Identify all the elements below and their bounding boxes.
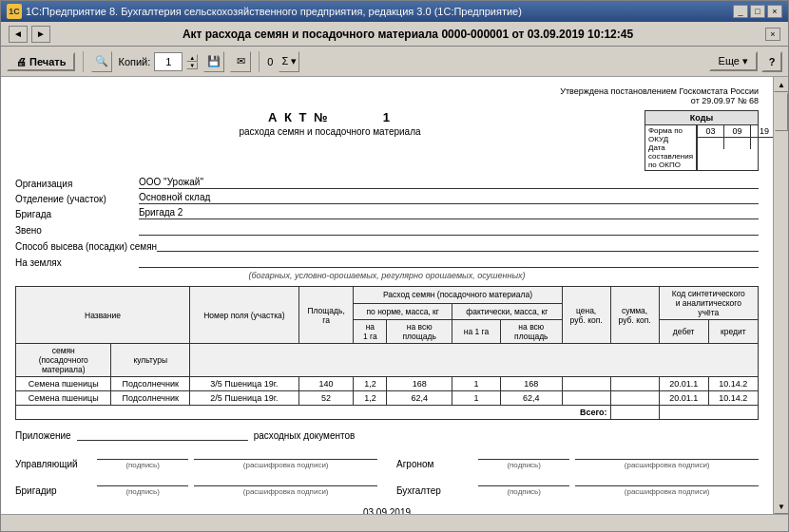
org-row: Организация ООО "Урожай" xyxy=(15,177,759,189)
sig-line-7: (подпись) xyxy=(478,473,569,496)
code-09: 09 xyxy=(724,125,751,137)
th-name: Название xyxy=(16,287,190,344)
zemli-value xyxy=(139,255,759,268)
podpis-sub-5: (подпись) xyxy=(478,461,569,469)
sig-line-3: (подпись) xyxy=(97,473,188,496)
scroll-down-btn[interactable]: ▼ xyxy=(774,499,788,514)
email-btn[interactable]: ✉ xyxy=(230,51,251,72)
td-name1-1: Семена пшеницы xyxy=(16,391,111,406)
rasshifrovka-sub-7: (расшифровка подписи) xyxy=(575,487,759,496)
minimize-btn[interactable]: _ xyxy=(733,5,748,18)
td-price-1 xyxy=(562,391,610,406)
rasshifrovka-line-3 xyxy=(194,473,377,486)
rasshifrovka-sub-1: (расшифровка подписи) xyxy=(194,461,377,469)
data-sostavleniya: Дата составления xyxy=(648,143,693,161)
td-normall-0: 168 xyxy=(387,377,452,391)
forward-btn[interactable]: ► xyxy=(31,26,50,43)
form-okud: Форма по ОКУД xyxy=(648,126,693,143)
org-label: Организация xyxy=(15,179,139,189)
maximize-btn[interactable]: □ xyxy=(750,5,765,18)
prilozhenie-line xyxy=(77,428,248,441)
scroll-thumb[interactable] xyxy=(775,93,788,131)
podpis-sub-1: (подпись) xyxy=(97,461,188,469)
doc-title-text: Акт расхода семян и посадочного материал… xyxy=(183,28,633,41)
doc-close-btn[interactable]: × xyxy=(765,28,780,41)
zveno-value xyxy=(139,222,759,236)
preview-btn[interactable]: 🔍 xyxy=(91,51,112,72)
bukhgalter-row: Бухгалтер (подпись) (расшифровка подписи… xyxy=(396,473,759,496)
td-sum-1 xyxy=(610,391,659,406)
th-fact: фактически, масса, кг xyxy=(452,303,563,320)
th-fact-all: на всюплощадь xyxy=(500,320,562,344)
th-area: Площадь,га xyxy=(298,287,354,344)
th-field: Номер поля (участка) xyxy=(190,287,299,344)
header-right-2: от 29.09.97 № 68 xyxy=(15,96,759,105)
sig-right: Агроном (подпись) (расшифровка подписи) xyxy=(396,446,759,500)
td-debet-0: 20.01.1 xyxy=(659,377,708,391)
th-semyan: семян(посадочногоматериала) xyxy=(16,344,111,377)
sig-line-8: (расшифровка подписи) xyxy=(575,473,759,496)
eshche-button[interactable]: Еще ▾ xyxy=(709,51,758,71)
podpis-line-7 xyxy=(478,473,569,486)
sig-line-4: (расшифровка подписи) xyxy=(194,473,377,496)
brigadir-group: (подпись) (расшифровка подписи) xyxy=(97,473,377,496)
rasshifrovka-sub-5: (расшифровка подписи) xyxy=(575,461,759,469)
td-price-0 xyxy=(562,377,610,391)
th-norm: по норме, масса, кг xyxy=(354,303,452,320)
scroll-up-btn[interactable]: ▲ xyxy=(774,77,788,92)
total-label: Всего: xyxy=(16,406,611,420)
document-body: Утверждена постановлением Госкомстата Ро… xyxy=(1,77,773,514)
th-norm-1ga: на1 га xyxy=(354,320,387,344)
help-button[interactable]: ? xyxy=(761,51,782,72)
sig-line-5: (подпись) xyxy=(478,446,569,469)
scrollbar: ▲ ▼ xyxy=(773,77,788,514)
td-factall-0: 168 xyxy=(500,377,562,391)
code-empty2 xyxy=(724,138,751,149)
prilozhenie-row: Приложение расходных документов xyxy=(15,428,759,441)
zemli-label: На землях xyxy=(15,257,139,268)
title-bar: 1С 1С:Предприятие 8. Бухгалтерия сельско… xyxy=(1,1,788,22)
codes-empty: Форма по ОКУД Дата составления по ОКПО xyxy=(645,125,697,170)
podpis-sub-7: (подпись) xyxy=(478,487,569,496)
spin-up[interactable]: ▲ xyxy=(186,54,198,62)
brigadir-row: Бригадир (подпись) (расшифровка подписи) xyxy=(15,473,377,496)
back-btn[interactable]: ◄ xyxy=(9,26,28,43)
doc-title-bar: ◄ ► Акт расхода семян и посадочного мате… xyxy=(1,22,788,47)
table-row: Семена пшеницы Подсолнечник 2/5 Пшеница … xyxy=(16,391,759,406)
signatures-section: Управляющий (подпись) (расшифровка подпи… xyxy=(15,446,759,500)
main-table: Название Номер поля (участка) Площадь,га… xyxy=(15,286,759,420)
app-icon: 1С xyxy=(7,4,22,19)
upravlyayushchiy-row: Управляющий (подпись) (расшифровка подпи… xyxy=(15,446,377,469)
title-bar-text: 1С:Предприятие 8. Бухгалтерия сельскохоз… xyxy=(26,6,522,17)
codes-row-header: Форма по ОКУД Дата составления по ОКПО 0… xyxy=(645,125,758,170)
title-bar-controls: _ □ × xyxy=(733,5,782,18)
sig-line-6: (расшифровка подписи) xyxy=(575,446,759,469)
td-area-1: 52 xyxy=(298,391,354,406)
toolbar-separator-1 xyxy=(83,51,84,72)
close-main-btn[interactable]: × xyxy=(767,5,782,18)
td-field-1: 2/5 Пшеница 19г. xyxy=(190,391,299,406)
sposob-value xyxy=(157,238,759,252)
code-03: 03 xyxy=(698,125,724,137)
sum-btn[interactable]: Σ ▾ xyxy=(279,51,299,72)
doc-header-right: Утверждена постановлением Госкомстата Ро… xyxy=(15,86,759,105)
codes-val-row: 03 09 19 xyxy=(698,125,778,138)
podpis-line-3 xyxy=(97,473,188,486)
codes-box: Коды Форма по ОКУД Дата составления по О… xyxy=(645,110,759,171)
rasshifrovka-line-5 xyxy=(575,446,759,460)
top-section: А К Т № 1 расхода семян и посадочного ма… xyxy=(15,110,759,171)
codes-vals: 03 09 19 xyxy=(697,125,778,170)
brigada-row: Бригада Бригада 2 xyxy=(15,207,759,219)
act-number: 1 xyxy=(383,110,392,124)
code-empty1 xyxy=(698,138,724,149)
form-fields: Организация ООО "Урожай" Отделение (учас… xyxy=(15,177,759,268)
spin-down[interactable]: ▼ xyxy=(186,62,198,69)
save-btn[interactable]: 💾 xyxy=(203,51,224,72)
toolbar: 🖨 Печать 🔍 Копий: ▲ ▼ 💾 ✉ 0 Σ ▾ Еще ▾ ? xyxy=(1,47,788,77)
td-kredit-0: 10.14.2 xyxy=(708,377,758,391)
copies-input[interactable] xyxy=(154,52,183,71)
doc-title-nav: ◄ ► xyxy=(9,26,50,43)
td-name2-1: Подсолнечник xyxy=(111,391,190,406)
print-button[interactable]: 🖨 Печать xyxy=(7,52,75,71)
th-kultury: культуры xyxy=(111,344,190,377)
